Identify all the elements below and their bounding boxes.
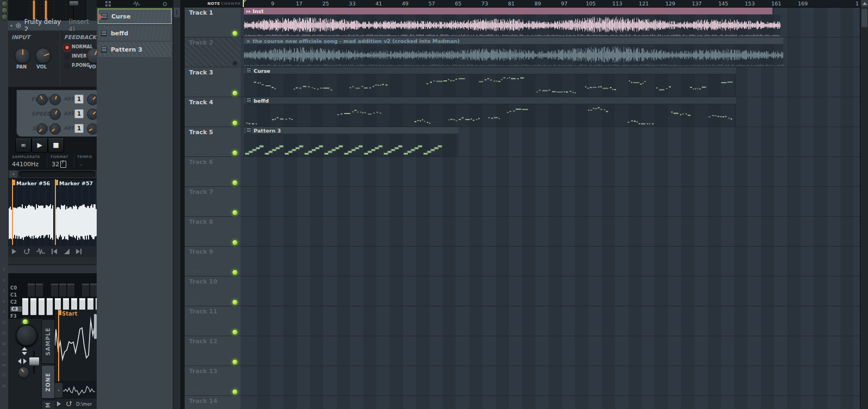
- track-header-9[interactable]: Track 9...: [185, 247, 241, 276]
- vol-knob[interactable]: [35, 48, 51, 64]
- key-octave-label-c2[interactable]: C2: [10, 299, 22, 305]
- pattern-list-icon[interactable]: [101, 47, 107, 53]
- clip-body[interactable]: [244, 104, 736, 127]
- grid-view-icon[interactable]: [105, 1, 111, 7]
- feedback-mode-radio-normal[interactable]: [64, 45, 70, 51]
- white-key[interactable]: [22, 298, 29, 316]
- track-mute-led[interactable]: [232, 210, 238, 216]
- articulation-value-box[interactable]: 1: [74, 124, 84, 133]
- clip-header[interactable]: ↦Inst: [244, 8, 772, 15]
- plugin-titlebar[interactable]: ▾ Fruity delay 2 (Insert 4): [8, 21, 97, 31]
- skip-start-icon[interactable]: [52, 249, 58, 254]
- track-header-5[interactable]: Track 5...: [185, 127, 241, 157]
- clip-audio-1[interactable]: ×the course new officiale song - mad add…: [244, 37, 783, 67]
- collapse-chevron-icon[interactable]: ▾: [10, 23, 12, 28]
- track-mute-led[interactable]: [232, 389, 238, 395]
- pattern-item-pattern-3[interactable]: Pattern 3: [98, 42, 172, 57]
- spin-up-icon[interactable]: [22, 347, 27, 350]
- pattern-scroll-thumb[interactable]: [174, 8, 180, 17]
- black-key[interactable]: [59, 283, 67, 297]
- browser-path[interactable]: D:\mer: [76, 401, 92, 407]
- track-header-6[interactable]: Track 6...: [185, 157, 241, 187]
- pattern-scrollbar[interactable]: [173, 0, 181, 409]
- track-header-2[interactable]: Track 2...: [185, 37, 241, 67]
- pattern-item-beffd[interactable]: beffd: [98, 26, 172, 41]
- zone-big-knob[interactable]: [16, 324, 37, 346]
- pattern-item-curse[interactable]: Curse: [98, 9, 172, 24]
- start-marker-line[interactable]: [58, 310, 59, 381]
- playlist-timeline-ruler[interactable]: 9172533414957657381899710511312112913714…: [241, 0, 860, 8]
- loop-button[interactable]: ∞: [15, 139, 32, 153]
- playhead-marker[interactable]: [243, 0, 244, 7]
- clip-header[interactable]: beffd: [244, 97, 736, 104]
- clip-list-icon[interactable]: [246, 98, 251, 103]
- clip-header[interactable]: ×the course new officiale song - mad add…: [244, 37, 783, 45]
- clip-body[interactable]: [244, 74, 736, 97]
- track-header-12[interactable]: Track 12...: [185, 336, 241, 366]
- gear-icon[interactable]: [15, 22, 22, 29]
- metronome-icon[interactable]: [60, 161, 66, 168]
- sampler-knob[interactable]: [49, 123, 61, 135]
- play-icon[interactable]: [12, 249, 17, 254]
- black-key[interactable]: [35, 283, 43, 297]
- track-header-3[interactable]: Track 3...: [185, 67, 241, 97]
- key-octave-label-f3[interactable]: F3: [10, 313, 22, 319]
- black-key[interactable]: [51, 283, 59, 297]
- feedback-vol-knob[interactable]: [86, 48, 97, 64]
- clip-header[interactable]: Curse: [244, 67, 736, 74]
- track-header-14[interactable]: Track 14...: [185, 396, 241, 409]
- white-key[interactable]: [38, 298, 45, 316]
- zone-small-knob[interactable]: [18, 367, 29, 378]
- edge-knob-icon[interactable]: [1, 14, 8, 21]
- track-header-1[interactable]: Track 1...: [185, 8, 241, 37]
- sampler-knob[interactable]: [49, 109, 61, 120]
- zone-slider-handle[interactable]: [29, 357, 40, 366]
- scroll-left-button[interactable]: ‹: [9, 171, 17, 178]
- key-octave-label-c1[interactable]: C1: [10, 292, 22, 298]
- skip-end-icon[interactable]: [76, 249, 82, 254]
- scrollbar-track[interactable]: [19, 171, 95, 177]
- sample-start-panel[interactable]: Start: [54, 310, 97, 381]
- marker-line[interactable]: [12, 179, 13, 245]
- link-icon[interactable]: [162, 2, 167, 7]
- clip-list-icon[interactable]: [246, 68, 251, 73]
- playlist-grid[interactable]: ↦Inst×the course new officiale song - ma…: [241, 8, 860, 409]
- fader-level-bar[interactable]: [33, 1, 35, 20]
- clip-body[interactable]: [244, 134, 458, 156]
- clip-body[interactable]: [244, 45, 783, 67]
- mode-label-chan[interactable]: CHAN: [221, 2, 234, 6]
- play-icon[interactable]: [57, 401, 61, 406]
- fader-handle[interactable]: [69, 1, 79, 6]
- black-key[interactable]: [90, 283, 97, 297]
- sampler-knob[interactable]: [36, 94, 48, 105]
- sampler-knob[interactable]: [36, 123, 48, 135]
- track-mute-led[interactable]: [232, 60, 238, 66]
- articulation-value-box[interactable]: 1: [74, 95, 84, 104]
- pattern-list-icon[interactable]: [101, 30, 107, 36]
- snap-wave-icon[interactable]: [36, 248, 45, 255]
- sample-marker-panel[interactable]: Marker #56Marker #57: [8, 179, 97, 247]
- track-mute-led[interactable]: [232, 299, 238, 305]
- track-mute-led[interactable]: [232, 329, 238, 335]
- track-mute-led[interactable]: [232, 120, 238, 126]
- spin-down-icon[interactable]: [22, 352, 27, 355]
- scroll-thumb[interactable]: [861, 9, 867, 27]
- black-key[interactable]: [81, 283, 90, 297]
- clip-list-icon[interactable]: [246, 128, 251, 133]
- track-header-10[interactable]: Track 10...: [185, 276, 241, 306]
- overview-left-button[interactable]: ‹: [55, 383, 62, 398]
- start-marker-flag[interactable]: [59, 310, 61, 315]
- clip-midi-2[interactable]: Curse: [244, 67, 736, 97]
- sample-overview[interactable]: ‹: [54, 381, 97, 399]
- key-octave-label-c0[interactable]: C0: [10, 285, 22, 291]
- articulation-value-box[interactable]: 1: [74, 109, 84, 118]
- clip-audio-icon[interactable]: ↦: [246, 8, 250, 14]
- track-mute-led[interactable]: [232, 180, 238, 186]
- clip-audio-0[interactable]: ↦Inst: [244, 8, 781, 37]
- arrow-right-icon[interactable]: [23, 358, 27, 364]
- pan-knob[interactable]: [15, 48, 30, 64]
- play-button[interactable]: ▶: [32, 139, 48, 153]
- stop-button[interactable]: ■: [48, 139, 64, 153]
- white-key[interactable]: [30, 298, 37, 316]
- arrow-left-icon[interactable]: [18, 358, 21, 364]
